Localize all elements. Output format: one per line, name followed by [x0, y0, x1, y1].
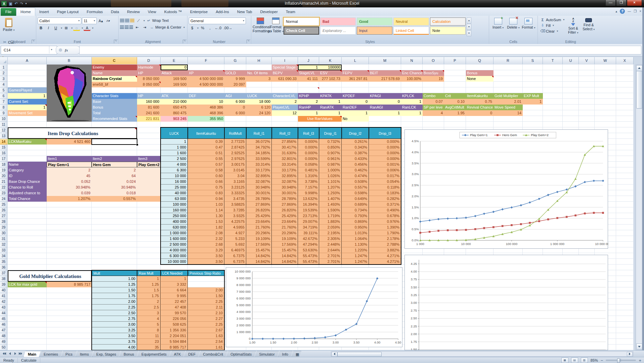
cell-D38[interactable]: 1 [137, 276, 161, 282]
cell-K32[interactable]: 2.448% [319, 242, 342, 247]
cell-L18[interactable]: 0.456% [342, 162, 369, 167]
cell-D43[interactable]: 2.5 [137, 305, 161, 310]
cell-J7[interactable]: 2 [298, 99, 319, 105]
cell-J10[interactable]: Use RanValues [298, 116, 342, 122]
cell-Q2[interactable]: Bonus [466, 70, 493, 76]
cell-I29[interactable]: 21.760% [272, 225, 298, 230]
horizontal-scrollbar[interactable] [331, 351, 633, 357]
row-header-12[interactable]: 12 [0, 127, 7, 133]
cell-D1[interactable]: Harmode [137, 65, 161, 70]
row-header-40[interactable]: 40 [0, 287, 7, 293]
cell-G28[interactable]: 4.22575 [224, 219, 246, 225]
sheet-tab-items[interactable]: Items [76, 351, 93, 357]
cell-J12[interactable]: Roll_I3 [298, 127, 319, 139]
row-header-16[interactable]: 16 [0, 150, 7, 156]
page-break-view-icon[interactable]: ▥ [581, 358, 588, 363]
row-header-39[interactable]: 39 [0, 282, 7, 287]
cell-H31[interactable]: 19.109% [246, 236, 272, 242]
cell-I30[interactable]: 20.296% [272, 230, 298, 236]
cell-M35[interactable]: 4.271% [369, 259, 401, 265]
ribbon-tab-insert[interactable]: Insert [35, 8, 53, 16]
cell-K7[interactable]: 1 [319, 99, 342, 105]
fill-handle[interactable] [136, 144, 138, 146]
cell-O6[interactable]: Combo [423, 93, 444, 99]
cell-I33[interactable]: 15.457% [272, 247, 298, 253]
cell-L16[interactable]: 0.387% [342, 150, 369, 156]
cell-J20[interactable]: 1.316% [298, 173, 319, 179]
cell-C37[interactable]: Mult [92, 270, 137, 276]
cell-C40[interactable]: 1.50 [92, 287, 137, 293]
row-header-5[interactable]: 5 [0, 87, 7, 93]
cell-N6[interactable]: KPLCK [401, 93, 423, 99]
cell-F27[interactable]: 1.30 [188, 213, 224, 219]
cell-I34[interactable]: 14.842% [272, 253, 298, 259]
cell-I7[interactable]: 2 [272, 99, 298, 105]
cell-E38[interactable]: 1 [161, 276, 188, 282]
section-title-gold-multiplier-calculations[interactable]: Gold Multiplier Calculations [8, 270, 92, 282]
cell-I19[interactable]: 33.173% [272, 167, 298, 173]
cell-D47[interactable]: 8 [137, 327, 161, 333]
cell-M21[interactable]: 0.054% [369, 179, 401, 185]
cell-D49[interactable]: 23 [137, 339, 161, 345]
cell-L7[interactable]: 0 [342, 99, 369, 105]
cell-E7[interactable]: 210 000 [161, 99, 188, 105]
cell-E33[interactable]: 4 000 000 [161, 247, 188, 253]
column-header-P[interactable]: P [444, 57, 466, 64]
cell-J33[interactable]: 53.630% [298, 247, 319, 253]
cell-P9[interactable]: 1.95 [444, 110, 466, 116]
insert-worksheet-tab[interactable]: ▦ [291, 351, 301, 357]
cell-E39[interactable]: 3 332 [161, 282, 188, 287]
cell-I22[interactable]: 30.948% [272, 185, 298, 190]
cell-P6[interactable]: Crit [444, 93, 466, 99]
cell-E8[interactable]: 650 475 [161, 105, 188, 110]
cell-G9[interactable]: 6 000 [224, 110, 246, 116]
page-layout-view-icon[interactable]: ▤ [571, 358, 578, 363]
status-calculate[interactable]: Calculate [18, 358, 40, 363]
column-header-A[interactable]: A [8, 57, 47, 64]
cell-O7[interactable]: 0.07 [423, 99, 444, 105]
cell-C44[interactable]: 2.50 [92, 310, 137, 316]
cell-E30[interactable]: 1 000 000 [161, 230, 188, 236]
borders-icon[interactable]: ⊞ [63, 25, 70, 31]
cell-K6[interactable]: KPATK [319, 93, 342, 99]
minimize-button[interactable]: — [605, 0, 616, 6]
column-header-D[interactable]: D [137, 57, 161, 64]
row-header-32[interactable]: 32 [0, 242, 7, 247]
row-header-11[interactable]: 11 [0, 122, 7, 127]
row-header-36[interactable]: 36 [0, 265, 7, 270]
cell-J35[interactable]: 55.473% [298, 259, 319, 265]
cell-I18[interactable]: 33.314% [272, 162, 298, 167]
ribbon-tab-formulas[interactable]: Formulas [83, 8, 107, 16]
cell-J30[interactable]: 39.111% [298, 230, 319, 236]
cell-E44[interactable]: 99 570 [161, 310, 188, 316]
cell-I26[interactable]: 26.820% [272, 207, 298, 213]
sheet-tab-enemies[interactable]: Enemies [39, 351, 62, 357]
cell-K35[interactable]: 2.701% [319, 259, 342, 265]
workbook-minimize-icon[interactable]: — [628, 9, 631, 13]
cell-I6[interactable]: CharacterLVL [272, 93, 298, 99]
cell-K22[interactable]: 1.207% [319, 185, 342, 190]
row-header-21[interactable]: 21 [0, 179, 7, 185]
cell-C22[interactable]: 30.948% [92, 185, 137, 190]
ribbon-tab-add-ins[interactable]: Add-Ins [212, 8, 233, 16]
cell-C2[interactable]: Name [92, 70, 137, 76]
cell-M18[interactable]: 0.001% [369, 162, 401, 167]
row-header-37[interactable]: 37 [0, 270, 7, 276]
insert-function-icon[interactable]: fx [65, 48, 68, 52]
cell-J18[interactable]: 0.058% [298, 162, 319, 167]
cell-Q3[interactable]: None [466, 76, 493, 82]
cell-L6[interactable]: KPDEF [342, 93, 369, 99]
cell-F4[interactable]: 4 500 000 000 [188, 82, 224, 87]
column-header-N[interactable]: N [401, 57, 423, 64]
cell-E46[interactable]: 508 625 [161, 322, 188, 327]
cell-K28[interactable]: 1.883% [319, 219, 342, 225]
cell-J2[interactable]: StageLVL [298, 70, 319, 76]
bold-button[interactable]: B [38, 25, 44, 31]
cell-I1[interactable]: Special Stage [272, 65, 298, 70]
cell-H25[interactable]: 27.869% [246, 202, 272, 207]
cell-K26[interactable]: 1.590% [319, 207, 342, 213]
gallery-more-icon[interactable]: ▼ [467, 30, 471, 36]
cell-M6[interactable]: KPAGI [369, 93, 401, 99]
cell-M15[interactable]: 0.000% [369, 145, 401, 150]
ribbon-tab-review[interactable]: Review [123, 8, 144, 16]
